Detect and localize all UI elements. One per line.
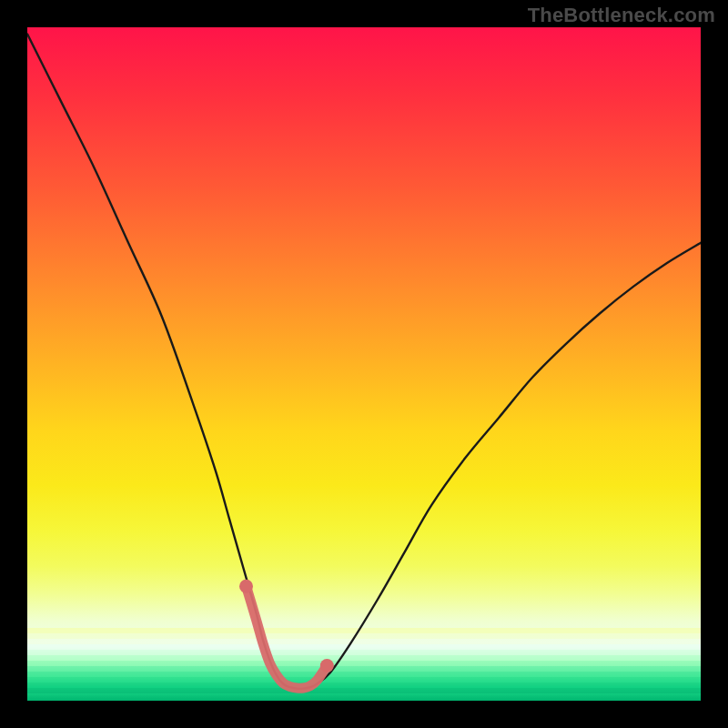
chart-frame: TheBottleneck.com <box>0 0 728 728</box>
fit-region-endpoint <box>239 580 253 593</box>
plot-area <box>27 27 701 701</box>
fit-region-endpoint <box>320 659 334 672</box>
watermark-text: TheBottleneck.com <box>528 4 715 27</box>
fit-region-curve <box>247 586 328 688</box>
bottleneck-curve <box>27 34 701 688</box>
curve-svg <box>27 27 701 701</box>
